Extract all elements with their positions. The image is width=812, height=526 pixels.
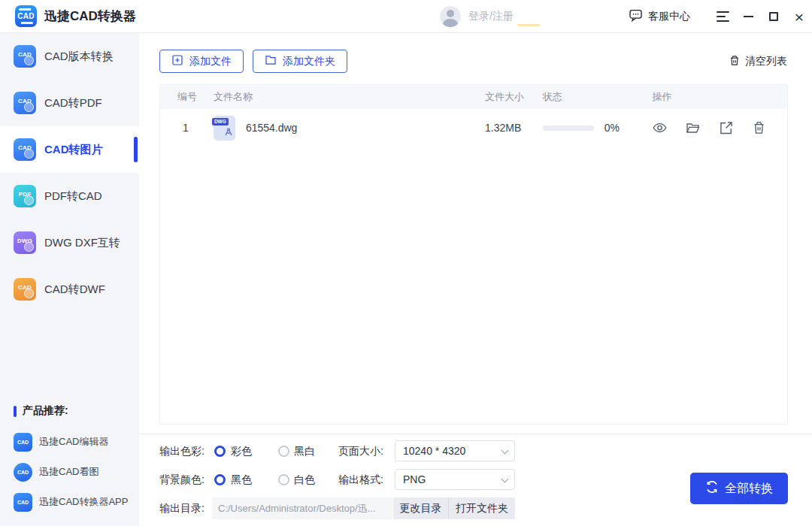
app-logo-icon: CAD [15,5,37,27]
hamburger-menu-icon [717,11,729,22]
settings-panel: 输出色彩: 彩色 黑白 页面大小: 10240 * 4320 背景颜色: 黑色 … [139,434,812,526]
maximize-button[interactable] [761,0,786,33]
open-output-folder-button[interactable]: 打开文件夹 [449,497,515,519]
avatar-icon[interactable] [440,6,461,27]
menu-button[interactable] [710,0,735,33]
radio-black-label[interactable]: 黑色 [231,469,252,490]
login-register-link[interactable]: 登录/注册 [468,10,514,23]
file-size: 1.32MB [485,122,543,134]
sidebar-item-label: CAD转DWF [44,283,105,297]
output-dir-label: 输出目录: [159,497,205,518]
clear-list-button[interactable]: 清空列表 [729,54,787,69]
row-index: 1 [160,122,214,134]
header-filesize: 文件大小 [485,90,543,104]
recommend-item-cad-editor[interactable]: CAD 迅捷CAD编辑器 [0,427,139,457]
bg-color-label: 背景颜色: [159,469,205,490]
output-format-label: 输出格式: [338,469,383,490]
progress-bar [543,125,594,131]
active-indicator-bar [134,137,138,162]
close-button[interactable]: × [786,0,812,33]
table-row: 1 DWG 61554.dwg [160,109,787,147]
header-filename: 文件名称 [214,90,485,104]
sidebar-item-label: CAD版本转换 [44,50,114,64]
sidebar-item-dwg-dxf-convert[interactable]: DWG DWG DXF互转 [0,219,139,266]
output-color-label: 输出色彩: [159,440,205,461]
page-size-value: 10240 * 4320 [403,445,465,457]
accent-bar [14,406,17,417]
cad-viewer-icon: CAD [14,463,32,482]
sync-icon [705,480,719,497]
cad-to-pdf-icon: CAD [14,92,36,114]
cad-to-dwf-icon: CAD [14,278,36,301]
product-recommend-header: 产品推荐: [0,401,139,421]
trash-icon [729,54,741,69]
minimize-button[interactable] [735,0,761,33]
output-dir-field[interactable]: C:/Users/Administrator/Desktop/迅... [212,497,392,519]
export-external-icon[interactable] [718,120,734,136]
account-area[interactable]: 登录/注册 [440,0,514,33]
progress: 0% [543,122,653,134]
sidebar-item-label: PDF转CAD [44,189,102,204]
sidebar-item-cad-version-convert[interactable]: CAD CAD版本转换 [0,33,139,80]
icon-text: DWG [17,237,32,244]
titlebar: CAD 迅捷CAD转换器 登录/注册 客服中心 [0,0,812,33]
page-size-select[interactable]: 10240 * 4320 [395,440,515,461]
header-operations: 操作 [652,90,787,104]
radio-white[interactable] [278,474,289,485]
dwg-badge: DWG [212,118,229,125]
radio-bw-label[interactable]: 黑白 [294,440,315,461]
recommend-item-cad-viewer[interactable]: CAD 迅捷CAD看图 [0,457,139,487]
chat-bubble-icon [629,8,643,25]
dwg-file-icon: DWG [214,116,235,141]
radio-color[interactable] [214,446,226,457]
preview-eye-icon[interactable] [652,120,668,136]
add-folder-button[interactable]: 添加文件夹 [253,50,347,73]
output-format-value: PNG [403,473,426,485]
output-format-select[interactable]: PNG [395,469,515,490]
icon-text: CAD [18,284,32,291]
pdf-to-cad-icon: PDF [14,185,36,207]
recommend-item-label: 迅捷CAD看图 [39,465,98,479]
titlebar-controls: 客服中心 × [629,0,812,33]
add-file-label: 添加文件 [189,55,232,68]
sidebar-item-cad-to-pdf[interactable]: CAD CAD转PDF [0,80,139,126]
icon-text: CAD [18,51,32,58]
customer-service-button[interactable]: 客服中心 [629,8,690,25]
progress-percent: 0% [604,122,620,134]
add-file-button[interactable]: 添加文件 [159,50,244,73]
delete-trash-icon[interactable] [751,120,767,136]
compass-glyph-icon [224,127,233,139]
main-content: 添加文件 添加文件夹 清空列表 编号 [139,33,812,526]
sidebar-item-label: CAD转图片 [44,143,103,157]
sidebar-item-pdf-to-cad[interactable]: PDF PDF转CAD [0,173,139,219]
app-brand: CAD 迅捷CAD转换器 [0,5,136,27]
highlight-underline [517,24,540,26]
convert-all-button[interactable]: 全部转换 [690,473,788,504]
clear-list-label: 清空列表 [745,55,787,68]
close-icon: × [795,9,804,25]
file-list: 编号 文件名称 文件大小 状态 操作 1 DWG [159,84,788,425]
sidebar: CAD CAD版本转换 CAD CAD转PDF CAD CAD转图片 PDF P… [0,33,139,526]
page-size-label: 页面大小: [338,440,383,461]
change-dir-button[interactable]: 更改目录 [393,497,449,519]
cad-version-icon: CAD [14,45,36,68]
radio-bw[interactable] [278,446,289,457]
icon-text: PDF [19,191,32,198]
radio-color-label[interactable]: 彩色 [231,440,252,461]
folder-add-icon [265,54,277,68]
logo-text: CAD [17,12,35,20]
file-list-header: 编号 文件名称 文件大小 状态 操作 [160,85,787,109]
cad-converter-app-icon: CAD [14,493,32,512]
recommend-title: 产品推荐: [23,404,68,418]
icon-text: CAD [17,440,29,445]
recommend-item-cad-converter-app[interactable]: CAD 迅捷CAD转换器APP [0,487,139,517]
sidebar-item-cad-to-dwf[interactable]: CAD CAD转DWF [0,266,139,313]
open-folder-icon[interactable] [685,120,701,136]
header-index: 编号 [160,90,214,104]
sidebar-item-cad-to-image[interactable]: CAD CAD转图片 [0,126,139,173]
radio-black[interactable] [214,474,226,485]
recommend-item-label: 迅捷CAD转换器APP [39,495,128,509]
plus-square-icon [171,54,183,68]
radio-white-label[interactable]: 白色 [294,469,315,490]
sidebar-item-label: CAD转PDF [44,96,102,110]
